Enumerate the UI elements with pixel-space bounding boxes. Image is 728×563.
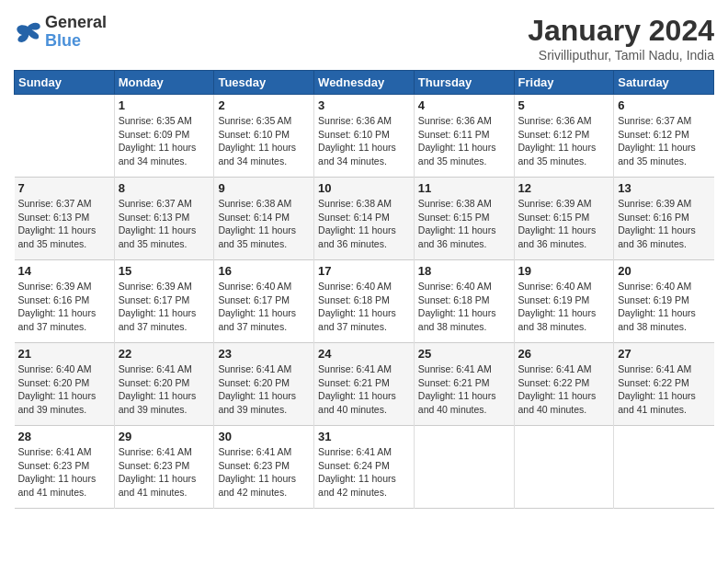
calendar-cell xyxy=(614,426,714,509)
calendar-cell: 15Sunrise: 6:39 AM Sunset: 6:17 PM Dayli… xyxy=(114,260,214,343)
day-info: Sunrise: 6:40 AM Sunset: 6:19 PM Dayligh… xyxy=(618,280,710,334)
calendar-cell: 31Sunrise: 6:41 AM Sunset: 6:24 PM Dayli… xyxy=(314,426,415,509)
calendar-cell: 29Sunrise: 6:41 AM Sunset: 6:23 PM Dayli… xyxy=(114,426,214,509)
day-number: 27 xyxy=(618,347,710,361)
calendar-cell xyxy=(15,95,115,178)
calendar-table: SundayMondayTuesdayWednesdayThursdayFrid… xyxy=(14,70,714,509)
day-number: 22 xyxy=(119,347,210,361)
day-number: 9 xyxy=(218,181,310,195)
day-info: Sunrise: 6:40 AM Sunset: 6:20 PM Dayligh… xyxy=(18,362,110,417)
day-info: Sunrise: 6:40 AM Sunset: 6:19 PM Dayligh… xyxy=(518,280,610,334)
calendar-cell: 20Sunrise: 6:40 AM Sunset: 6:19 PM Dayli… xyxy=(614,260,714,343)
day-info: Sunrise: 6:39 AM Sunset: 6:16 PM Dayligh… xyxy=(18,280,110,334)
calendar-cell xyxy=(514,426,614,509)
calendar-cell: 24Sunrise: 6:41 AM Sunset: 6:21 PM Dayli… xyxy=(314,343,415,426)
day-number: 16 xyxy=(218,264,310,278)
day-info: Sunrise: 6:36 AM Sunset: 6:10 PM Dayligh… xyxy=(318,114,410,168)
calendar-cell: 27Sunrise: 6:41 AM Sunset: 6:22 PM Dayli… xyxy=(614,343,714,426)
logo-icon xyxy=(14,21,41,43)
calendar-cell: 25Sunrise: 6:41 AM Sunset: 6:21 PM Dayli… xyxy=(414,343,514,426)
calendar-cell: 30Sunrise: 6:41 AM Sunset: 6:23 PM Dayli… xyxy=(214,426,314,509)
calendar-cell: 12Sunrise: 6:39 AM Sunset: 6:15 PM Dayli… xyxy=(514,178,614,260)
day-number: 3 xyxy=(318,98,410,112)
logo-text-line2: Blue xyxy=(45,32,107,51)
calendar-cell: 28Sunrise: 6:41 AM Sunset: 6:23 PM Dayli… xyxy=(15,426,115,509)
day-number: 17 xyxy=(318,264,410,278)
day-number: 8 xyxy=(119,181,210,195)
day-number: 25 xyxy=(418,347,510,361)
header-sunday: Sunday xyxy=(15,71,115,95)
day-info: Sunrise: 6:36 AM Sunset: 6:12 PM Dayligh… xyxy=(518,114,610,168)
day-info: Sunrise: 6:41 AM Sunset: 6:20 PM Dayligh… xyxy=(119,362,210,417)
calendar-cell: 5Sunrise: 6:36 AM Sunset: 6:12 PM Daylig… xyxy=(514,95,614,178)
day-info: Sunrise: 6:38 AM Sunset: 6:15 PM Dayligh… xyxy=(418,197,510,251)
day-info: Sunrise: 6:40 AM Sunset: 6:18 PM Dayligh… xyxy=(318,280,410,334)
day-info: Sunrise: 6:40 AM Sunset: 6:17 PM Dayligh… xyxy=(218,280,310,334)
week-row-2: 7Sunrise: 6:37 AM Sunset: 6:13 PM Daylig… xyxy=(15,178,714,260)
header-thursday: Thursday xyxy=(414,71,514,95)
calendar-cell: 11Sunrise: 6:38 AM Sunset: 6:15 PM Dayli… xyxy=(414,178,514,260)
day-number: 18 xyxy=(418,264,510,278)
header-monday: Monday xyxy=(114,71,214,95)
day-info: Sunrise: 6:41 AM Sunset: 6:23 PM Dayligh… xyxy=(119,445,210,500)
day-info: Sunrise: 6:39 AM Sunset: 6:15 PM Dayligh… xyxy=(518,197,610,251)
day-number: 13 xyxy=(618,181,710,195)
day-number: 6 xyxy=(618,98,710,112)
day-info: Sunrise: 6:35 AM Sunset: 6:09 PM Dayligh… xyxy=(119,114,210,168)
week-row-4: 21Sunrise: 6:40 AM Sunset: 6:20 PM Dayli… xyxy=(15,343,714,426)
day-info: Sunrise: 6:41 AM Sunset: 6:22 PM Dayligh… xyxy=(518,362,610,417)
calendar-cell: 23Sunrise: 6:41 AM Sunset: 6:20 PM Dayli… xyxy=(214,343,314,426)
week-row-5: 28Sunrise: 6:41 AM Sunset: 6:23 PM Dayli… xyxy=(15,426,714,509)
day-number: 28 xyxy=(18,430,110,443)
day-info: Sunrise: 6:36 AM Sunset: 6:11 PM Dayligh… xyxy=(418,114,510,168)
day-info: Sunrise: 6:41 AM Sunset: 6:23 PM Dayligh… xyxy=(218,445,310,500)
day-info: Sunrise: 6:40 AM Sunset: 6:18 PM Dayligh… xyxy=(418,280,510,334)
day-number: 7 xyxy=(18,181,110,195)
header-wednesday: Wednesday xyxy=(314,71,415,95)
month-title: January 2024 xyxy=(528,14,714,48)
day-number: 12 xyxy=(518,181,610,195)
calendar-cell: 14Sunrise: 6:39 AM Sunset: 6:16 PM Dayli… xyxy=(15,260,115,343)
calendar-cell: 10Sunrise: 6:38 AM Sunset: 6:14 PM Dayli… xyxy=(314,178,415,260)
page-header: General Blue January 2024 Srivilliputhur… xyxy=(14,14,714,63)
day-info: Sunrise: 6:39 AM Sunset: 6:16 PM Dayligh… xyxy=(618,197,710,251)
header-friday: Friday xyxy=(514,71,614,95)
day-info: Sunrise: 6:38 AM Sunset: 6:14 PM Dayligh… xyxy=(318,197,410,251)
calendar-cell: 17Sunrise: 6:40 AM Sunset: 6:18 PM Dayli… xyxy=(314,260,415,343)
day-info: Sunrise: 6:41 AM Sunset: 6:21 PM Dayligh… xyxy=(418,362,510,417)
day-info: Sunrise: 6:35 AM Sunset: 6:10 PM Dayligh… xyxy=(218,114,310,168)
title-block: January 2024 Srivilliputhur, Tamil Nadu,… xyxy=(528,14,714,63)
calendar-cell: 8Sunrise: 6:37 AM Sunset: 6:13 PM Daylig… xyxy=(114,178,214,260)
calendar-cell: 7Sunrise: 6:37 AM Sunset: 6:13 PM Daylig… xyxy=(15,178,115,260)
day-info: Sunrise: 6:41 AM Sunset: 6:20 PM Dayligh… xyxy=(218,362,310,417)
day-number: 30 xyxy=(218,430,310,443)
calendar-cell: 19Sunrise: 6:40 AM Sunset: 6:19 PM Dayli… xyxy=(514,260,614,343)
calendar-cell: 21Sunrise: 6:40 AM Sunset: 6:20 PM Dayli… xyxy=(15,343,115,426)
logo: General Blue xyxy=(14,14,107,51)
day-info: Sunrise: 6:37 AM Sunset: 6:13 PM Dayligh… xyxy=(119,197,210,251)
day-info: Sunrise: 6:37 AM Sunset: 6:12 PM Dayligh… xyxy=(618,114,710,168)
day-number: 15 xyxy=(119,264,210,278)
day-info: Sunrise: 6:38 AM Sunset: 6:14 PM Dayligh… xyxy=(218,197,310,251)
calendar-cell xyxy=(414,426,514,509)
day-info: Sunrise: 6:41 AM Sunset: 6:24 PM Dayligh… xyxy=(318,445,410,500)
calendar-cell: 22Sunrise: 6:41 AM Sunset: 6:20 PM Dayli… xyxy=(114,343,214,426)
day-number: 11 xyxy=(418,181,510,195)
week-row-1: 1Sunrise: 6:35 AM Sunset: 6:09 PM Daylig… xyxy=(15,95,714,178)
calendar-cell: 3Sunrise: 6:36 AM Sunset: 6:10 PM Daylig… xyxy=(314,95,415,178)
day-number: 10 xyxy=(318,181,410,195)
day-number: 20 xyxy=(618,264,710,278)
calendar-cell: 2Sunrise: 6:35 AM Sunset: 6:10 PM Daylig… xyxy=(214,95,314,178)
day-number: 14 xyxy=(18,264,110,278)
week-row-3: 14Sunrise: 6:39 AM Sunset: 6:16 PM Dayli… xyxy=(15,260,714,343)
calendar-cell: 16Sunrise: 6:40 AM Sunset: 6:17 PM Dayli… xyxy=(214,260,314,343)
calendar-cell: 26Sunrise: 6:41 AM Sunset: 6:22 PM Dayli… xyxy=(514,343,614,426)
day-number: 4 xyxy=(418,98,510,112)
calendar-cell: 6Sunrise: 6:37 AM Sunset: 6:12 PM Daylig… xyxy=(614,95,714,178)
day-info: Sunrise: 6:39 AM Sunset: 6:17 PM Dayligh… xyxy=(119,280,210,334)
day-info: Sunrise: 6:41 AM Sunset: 6:23 PM Dayligh… xyxy=(18,445,110,500)
calendar-cell: 1Sunrise: 6:35 AM Sunset: 6:09 PM Daylig… xyxy=(114,95,214,178)
day-number: 29 xyxy=(119,430,210,443)
location: Srivilliputhur, Tamil Nadu, India xyxy=(528,48,714,63)
day-number: 26 xyxy=(518,347,610,361)
